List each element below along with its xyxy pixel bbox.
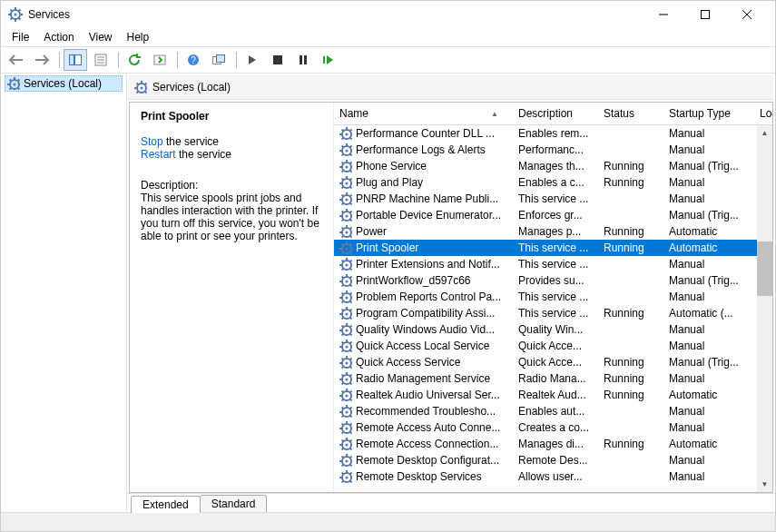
service-row[interactable]: PrintWorkflow_d597c66Provides su...Manua… <box>334 272 772 289</box>
service-row[interactable]: Phone ServiceManages th...RunningManual … <box>334 158 772 174</box>
scroll-thumb[interactable] <box>757 241 772 296</box>
cell-name: Quality Windows Audio Vid... <box>356 323 495 336</box>
stop-suffix: the service <box>163 135 219 148</box>
menu-file[interactable]: File <box>5 29 36 45</box>
service-row[interactable]: Printer Extensions and Notif...This serv… <box>334 256 772 272</box>
gear-icon <box>339 291 352 303</box>
service-row[interactable]: Problem Reports Control Pa...This servic… <box>334 289 772 305</box>
pause-service-button[interactable] <box>291 49 315 71</box>
service-row[interactable]: Remote Desktop ServicesAllows user...Man… <box>334 468 772 485</box>
menu-action[interactable]: Action <box>36 29 81 45</box>
export-list-button[interactable] <box>148 49 172 71</box>
cell-name: Performance Counter DLL ... <box>356 127 495 140</box>
col-status[interactable]: Status <box>598 107 663 120</box>
service-row[interactable]: Plug and PlayEnables a c...RunningManual… <box>334 174 772 191</box>
cell-name: Portable Device Enumerator... <box>356 209 501 222</box>
forward-button[interactable] <box>30 49 54 71</box>
cell-description: Provides su... <box>513 274 598 287</box>
service-row[interactable]: Quick Access ServiceQuick Acce...Running… <box>334 354 772 370</box>
service-row[interactable]: Remote Access Auto Conne...Creates a co.… <box>334 419 772 436</box>
minimize-button[interactable] <box>643 1 684 28</box>
cell-startup: Manual <box>663 372 754 385</box>
back-button[interactable] <box>5 49 28 71</box>
cell-startup: Manual <box>663 176 754 189</box>
tree-item-services-local[interactable]: Services (Local) <box>5 75 123 92</box>
pane-tabs: Extended Standard <box>127 493 775 512</box>
gear-icon <box>339 225 352 238</box>
cell-startup: Manual <box>663 323 754 336</box>
pane-header: Services (Local) <box>129 75 773 100</box>
cell-startup: Automatic <box>663 241 754 254</box>
close-button[interactable] <box>726 1 768 28</box>
gear-icon <box>339 127 352 140</box>
restart-service-button[interactable] <box>317 49 340 71</box>
start-service-button[interactable] <box>241 49 264 71</box>
service-list: Performance Counter DLL ...Enables rem..… <box>334 125 772 492</box>
vertical-scrollbar[interactable]: ▲ ▼ <box>757 125 772 492</box>
cell-startup: Manual <box>663 340 754 352</box>
service-row[interactable]: Recommended Troublesho...Enables aut...M… <box>334 403 772 419</box>
cell-description: Enables aut... <box>513 405 598 418</box>
gear-icon <box>339 470 352 483</box>
service-row[interactable]: Remote Access Connection...Manages di...… <box>334 436 772 452</box>
cell-name: Power <box>356 225 387 238</box>
menu-help[interactable]: Help <box>120 29 157 45</box>
gear-icon <box>339 356 352 369</box>
cell-name: Recommended Troublesho... <box>356 405 496 418</box>
cell-name: Performance Logs & Alerts <box>356 143 486 156</box>
stop-link[interactable]: Stop <box>141 135 163 148</box>
cell-name: Realtek Audio Universal Ser... <box>356 389 500 401</box>
properties-button[interactable] <box>89 49 113 71</box>
restart-link[interactable]: Restart <box>141 148 176 161</box>
maximize-button[interactable] <box>684 1 726 28</box>
refresh-button[interactable] <box>123 49 146 71</box>
column-headers: Name▲ Description Status Startup Type Lo… <box>334 103 772 125</box>
cell-description: Manages p... <box>513 225 598 238</box>
tab-extended[interactable]: Extended <box>131 496 201 513</box>
scroll-up-arrow[interactable]: ▲ <box>757 125 772 141</box>
service-row[interactable]: Quality Windows Audio Vid...Quality Win.… <box>334 321 772 338</box>
cell-status: Running <box>598 438 663 450</box>
gear-icon <box>339 405 352 418</box>
service-row[interactable]: Quick Access Local ServiceQuick Acce...M… <box>334 338 772 354</box>
service-row[interactable]: Remote Desktop Configurat...Remote Des..… <box>334 452 772 468</box>
col-name[interactable]: Name▲ <box>334 107 513 120</box>
description-label: Description: <box>141 179 322 192</box>
show-hide-console-button[interactable] <box>64 49 87 71</box>
service-row[interactable]: Performance Counter DLL ...Enables rem..… <box>334 125 772 142</box>
cell-startup: Manual (Trig... <box>663 274 754 287</box>
svg-rect-28 <box>323 56 325 64</box>
cell-description: Manages th... <box>513 160 598 172</box>
service-row[interactable]: PNRP Machine Name Publi...This service .… <box>334 191 772 207</box>
cell-status: Running <box>598 176 663 189</box>
svg-rect-26 <box>300 55 302 64</box>
col-startup-type[interactable]: Startup Type <box>663 107 754 120</box>
cell-startup: Manual (Trig... <box>663 356 754 369</box>
help-button[interactable]: ? <box>182 49 205 71</box>
stop-service-button[interactable] <box>266 49 290 71</box>
menu-view[interactable]: View <box>82 29 120 45</box>
cell-startup: Automatic <box>663 225 754 238</box>
gear-icon <box>7 77 20 90</box>
tab-standard[interactable]: Standard <box>200 495 268 512</box>
cell-name: Quick Access Local Service <box>356 340 489 352</box>
cell-startup: Manual <box>663 405 754 418</box>
service-row[interactable]: Radio Management ServiceRadio Mana...Run… <box>334 370 772 387</box>
cell-description: Creates a co... <box>513 421 598 434</box>
cell-description: Enforces gr... <box>513 209 598 222</box>
service-row[interactable]: Portable Device Enumerator...Enforces gr… <box>334 207 772 223</box>
scroll-down-arrow[interactable]: ▼ <box>757 477 772 492</box>
new-window-button[interactable] <box>207 49 231 71</box>
col-description[interactable]: Description <box>513 107 598 120</box>
service-row[interactable]: Realtek Audio Universal Ser...Realtek Au… <box>334 387 772 403</box>
col-log-on-as[interactable]: Log On As <box>754 107 772 120</box>
cell-startup: Manual <box>663 127 754 140</box>
service-row[interactable]: Performance Logs & AlertsPerformanc...Ma… <box>334 142 772 158</box>
service-row[interactable]: Program Compatibility Assi...This servic… <box>334 305 772 321</box>
cell-name: Program Compatibility Assi... <box>356 307 495 320</box>
gear-icon <box>339 258 352 271</box>
cell-name: Printer Extensions and Notif... <box>356 258 500 271</box>
service-row[interactable]: Print SpoolerThis service ...RunningAuto… <box>334 240 772 256</box>
cell-startup: Manual <box>663 454 754 467</box>
service-row[interactable]: PowerManages p...RunningAutomaticLocal S… <box>334 223 772 240</box>
